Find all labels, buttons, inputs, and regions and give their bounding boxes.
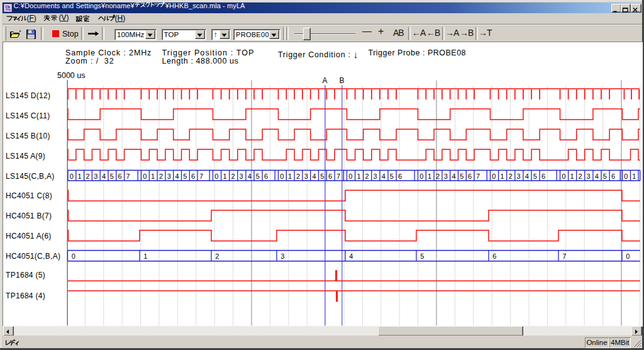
svg-text:2: 2 [86, 172, 89, 180]
svg-text:1: 1 [288, 172, 292, 180]
svg-text:5: 5 [256, 172, 260, 180]
svg-text:7: 7 [476, 172, 480, 180]
svg-text:1: 1 [143, 252, 147, 260]
svg-text:5: 5 [420, 252, 424, 260]
svg-text:7: 7 [199, 172, 203, 180]
svg-text:5: 5 [110, 172, 114, 180]
svg-text:3: 3 [304, 172, 308, 180]
svg-text:1: 1 [78, 172, 82, 180]
svg-text:6: 6 [118, 172, 122, 180]
svg-text:6: 6 [468, 172, 472, 180]
svg-text:0: 0 [70, 172, 74, 180]
svg-text:0: 0 [72, 252, 75, 260]
svg-text:4: 4 [313, 172, 316, 180]
svg-text:1: 1 [151, 172, 155, 180]
svg-text:3: 3 [94, 172, 97, 180]
svg-text:0: 0 [562, 172, 565, 180]
svg-text:6: 6 [611, 172, 615, 180]
svg-text:2: 2 [296, 172, 300, 180]
svg-text:2: 2 [365, 172, 369, 180]
svg-text:5: 5 [460, 172, 464, 180]
svg-text:4: 4 [248, 172, 252, 180]
svg-text:1: 1 [570, 172, 574, 180]
svg-text:2: 2 [215, 252, 219, 260]
svg-text:4: 4 [102, 172, 106, 180]
svg-text:6: 6 [191, 172, 195, 180]
svg-text:4: 4 [382, 172, 386, 180]
svg-text:7: 7 [126, 172, 130, 180]
svg-text:0: 0 [214, 172, 218, 180]
svg-text:3: 3 [280, 252, 284, 260]
svg-text:5: 5 [533, 172, 537, 180]
svg-text:3: 3 [374, 172, 377, 180]
svg-text:1: 1 [223, 172, 226, 180]
svg-text:2: 2 [579, 172, 582, 180]
svg-text:5: 5 [390, 172, 394, 180]
svg-text:0: 0 [624, 172, 628, 180]
svg-text:1: 1 [632, 172, 636, 180]
svg-text:2: 2 [509, 172, 513, 180]
svg-text:2: 2 [436, 172, 440, 180]
svg-text:2: 2 [231, 172, 235, 180]
svg-text:3: 3 [517, 172, 521, 180]
svg-text:4: 4 [452, 172, 456, 180]
svg-text:1: 1 [500, 172, 504, 180]
svg-text:6: 6 [492, 252, 496, 260]
svg-text:3: 3 [240, 172, 243, 180]
svg-text:0: 0 [143, 172, 147, 180]
svg-text:4: 4 [349, 252, 353, 260]
svg-text:5: 5 [320, 172, 324, 180]
svg-text:3: 3 [444, 172, 448, 180]
svg-text:0: 0 [419, 172, 423, 180]
svg-text:6: 6 [264, 172, 268, 180]
svg-text:7: 7 [562, 252, 566, 260]
svg-text:7: 7 [336, 172, 340, 180]
svg-text:0: 0 [626, 252, 630, 260]
svg-text:4: 4 [175, 172, 179, 180]
svg-text:1: 1 [428, 172, 431, 180]
svg-text:2: 2 [159, 172, 163, 180]
svg-text:0: 0 [348, 172, 352, 180]
svg-text:3: 3 [587, 172, 591, 180]
svg-text:6: 6 [398, 172, 402, 180]
svg-text:0: 0 [280, 172, 284, 180]
svg-text:6: 6 [541, 172, 545, 180]
svg-text:5: 5 [183, 172, 187, 180]
svg-text:6: 6 [328, 172, 332, 180]
svg-text:3: 3 [167, 172, 171, 180]
svg-text:4: 4 [525, 172, 529, 180]
svg-text:1: 1 [357, 172, 360, 180]
svg-text:5: 5 [603, 172, 607, 180]
svg-text:0: 0 [492, 172, 496, 180]
svg-text:4: 4 [595, 172, 599, 180]
